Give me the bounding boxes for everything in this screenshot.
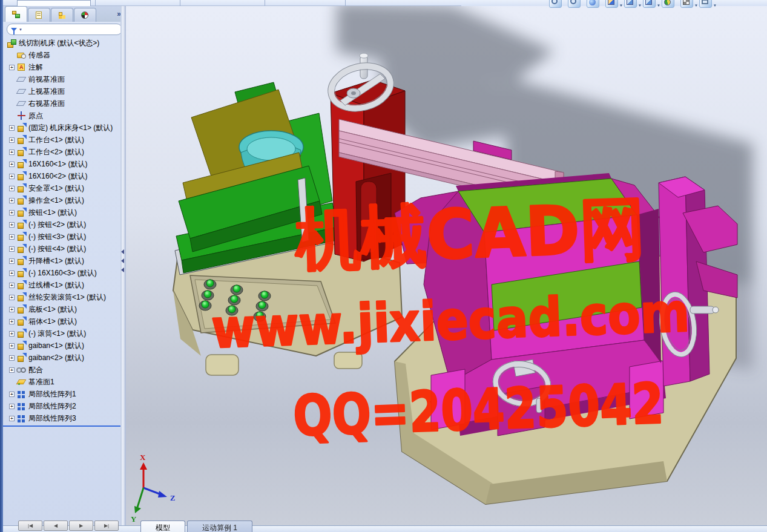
- tree-item[interactable]: 右视基准面: [3, 97, 126, 110]
- tree-item[interactable]: + 16X160<1> (默认): [3, 158, 126, 170]
- panel-splitter[interactable]: [120, 6, 126, 525]
- expander-icon[interactable]: +: [9, 162, 15, 167]
- tree-item[interactable]: 基准面1: [3, 376, 126, 388]
- tree-item[interactable]: + 箱体<1> (默认): [3, 315, 126, 327]
- nav-first-button[interactable]: |◀: [18, 521, 42, 531]
- expander-icon[interactable]: +: [9, 271, 15, 276]
- expander-icon[interactable]: +: [9, 355, 15, 361]
- tree-item[interactable]: + gaiban<1> (默认): [3, 340, 126, 352]
- tree-item[interactable]: + 工作台<2> (默认): [3, 146, 126, 158]
- model-canvas[interactable]: X Z Y 机械CAD网 www.jixiecad.com QQ=2042504…: [126, 6, 767, 525]
- expander-icon[interactable]: +: [9, 246, 15, 252]
- tree-item[interactable]: + (-) 滚筒<1> (默认): [3, 327, 126, 340]
- graphics-viewport[interactable]: X Z Y 机械CAD网 www.jixiecad.com QQ=2042504…: [126, 6, 767, 525]
- tree-item[interactable]: 上视基准面: [3, 85, 126, 97]
- tree-item[interactable]: + 注解: [3, 61, 126, 73]
- expander-icon[interactable]: +: [9, 65, 15, 70]
- expander-icon[interactable]: [9, 77, 15, 82]
- part-icon: [16, 208, 27, 217]
- expander-icon[interactable]: +: [9, 222, 15, 228]
- part-icon: [16, 280, 27, 290]
- expander-icon[interactable]: +: [9, 258, 15, 264]
- nav-prev-button[interactable]: ◀: [44, 521, 68, 531]
- tree-item[interactable]: + 丝轮安装滚筒<1> (默认): [3, 291, 126, 303]
- tab-display-manager[interactable]: [74, 8, 96, 22]
- hud-item[interactable]: [567, 0, 585, 8]
- expander-icon[interactable]: +: [9, 367, 15, 373]
- tree-item[interactable]: + 安全罩<1> (默认): [3, 182, 126, 194]
- tree-item[interactable]: 原点: [3, 110, 126, 122]
- tree-filter-box[interactable]: ▼: [7, 24, 122, 35]
- hud-item[interactable]: [660, 0, 679, 8]
- expander-icon[interactable]: +: [9, 234, 15, 240]
- expander-icon[interactable]: +: [9, 283, 15, 288]
- expander-icon[interactable]: +: [9, 198, 15, 203]
- tree-item[interactable]: + 按钮<1> (默认): [3, 206, 126, 218]
- tree-item[interactable]: + (-) 按钮<3> (默认): [3, 231, 126, 243]
- tree-item[interactable]: + (-) 16X160<3> (默认): [3, 267, 126, 279]
- expander-icon[interactable]: +: [9, 331, 15, 337]
- tree-item[interactable]: + (-) 按钮<4> (默认): [3, 243, 126, 255]
- collapse-grip-icon[interactable]: [121, 249, 124, 272]
- hud-item[interactable]: ▼: [623, 0, 642, 8]
- tree-item-label: 注解: [28, 62, 43, 73]
- tree-item[interactable]: + (固定) 机床床身<1> (默认): [3, 122, 126, 134]
- expander-icon[interactable]: +: [9, 307, 15, 312]
- expander-icon[interactable]: +: [9, 137, 15, 143]
- tree-item-label: 基准面1: [28, 377, 54, 387]
- expander-icon[interactable]: +: [9, 186, 15, 191]
- expander-icon[interactable]: +: [9, 404, 15, 409]
- tree-item[interactable]: + 局部线性阵列2: [3, 400, 126, 412]
- tab-model[interactable]: 模型: [140, 521, 185, 532]
- expander-icon[interactable]: [9, 101, 15, 107]
- nav-last-button[interactable]: ▶|: [94, 521, 119, 531]
- expander-icon[interactable]: +: [9, 319, 15, 324]
- triad-x-label: X: [140, 453, 146, 462]
- hud-item[interactable]: ▼: [698, 0, 717, 8]
- hud-item[interactable]: ▼: [679, 0, 698, 8]
- expander-icon[interactable]: +: [9, 174, 15, 179]
- tab-property-manager[interactable]: [28, 8, 50, 22]
- filter-caret-icon[interactable]: ▼: [19, 28, 22, 31]
- expander-icon[interactable]: +: [9, 125, 15, 131]
- tree-item[interactable]: + gaiban<2> (默认): [3, 352, 126, 364]
- tree-item[interactable]: + 配合: [3, 364, 126, 376]
- expander-icon[interactable]: +: [9, 149, 15, 155]
- expander-icon[interactable]: +: [9, 210, 15, 215]
- tree-item[interactable]: 传感器: [3, 49, 126, 61]
- tab-configuration-manager[interactable]: [51, 8, 73, 22]
- expander-icon[interactable]: +: [9, 343, 15, 349]
- active-command-tab[interactable]: [17, 0, 91, 6]
- hud-item[interactable]: ▼: [642, 0, 660, 8]
- expander-icon[interactable]: [9, 113, 15, 119]
- tree-item[interactable]: + 底板<1> (默认): [3, 303, 126, 315]
- previous-view-icon: [587, 0, 599, 8]
- tab-design-tree[interactable]: [5, 6, 27, 22]
- expander-icon[interactable]: [9, 53, 15, 58]
- part-icon: [16, 244, 27, 254]
- hud-item[interactable]: [585, 0, 604, 8]
- tree-item[interactable]: + 工作台<1> (默认): [3, 134, 126, 146]
- tree-item[interactable]: + 局部线性阵列1: [3, 388, 126, 400]
- hud-item[interactable]: [548, 0, 567, 8]
- tree-item[interactable]: 前视基准面: [3, 73, 126, 85]
- expander-icon[interactable]: +: [9, 295, 15, 300]
- tree-item[interactable]: + 操作盒<1> (默认): [3, 194, 126, 206]
- expander-icon[interactable]: [9, 89, 15, 94]
- tree-root-item[interactable]: 线切割机床 (默认<状态>): [3, 38, 126, 49]
- tab-motion-study[interactable]: 运动算例 1: [187, 521, 252, 532]
- dropdown-caret-icon[interactable]: ▼: [713, 4, 717, 7]
- part-icon: [16, 232, 27, 241]
- expander-icon[interactable]: [9, 379, 15, 385]
- hud-item[interactable]: ▼: [604, 0, 623, 8]
- tree-item[interactable]: + 局部线性阵列3: [3, 412, 126, 424]
- tree-item[interactable]: + 升降槽<1> (默认): [3, 255, 126, 267]
- expander-icon[interactable]: +: [9, 392, 15, 397]
- tree-item[interactable]: + (-) 按钮<2> (默认): [3, 218, 126, 231]
- origin-icon: [16, 111, 27, 120]
- tree-item[interactable]: + 16X160<2> (默认): [3, 170, 126, 182]
- nav-next-button[interactable]: ▶: [69, 521, 93, 531]
- tree-item-label: 局部线性阵列3: [28, 413, 76, 424]
- expander-icon[interactable]: +: [9, 416, 15, 421]
- tree-item[interactable]: + 过线槽<1> (默认): [3, 279, 126, 291]
